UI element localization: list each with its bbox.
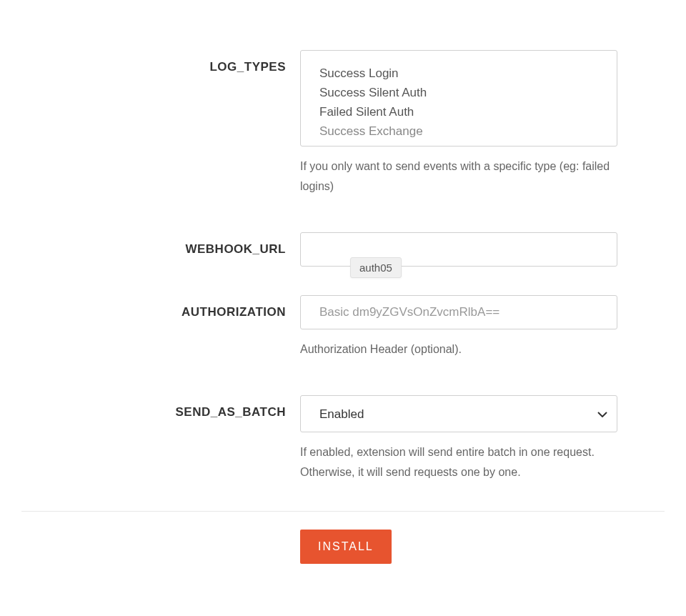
input-col: Enabled If enabled, extension will send … (300, 395, 617, 482)
send-as-batch-row: SEND_AS_BATCH Enabled If enabled, extens… (21, 395, 665, 482)
select-wrapper: Enabled (300, 395, 617, 432)
authorization-row: AUTHORIZATION Authorization Header (opti… (21, 295, 665, 359)
install-button[interactable]: INSTALL (300, 530, 392, 564)
log-types-row: LOG_TYPES Success Login Success Silent A… (21, 50, 665, 197)
list-item[interactable]: Failed Silent Auth (319, 102, 598, 121)
form-container: LOG_TYPES Success Login Success Silent A… (0, 0, 686, 482)
log-types-listbox[interactable]: Success Login Success Silent Auth Failed… (300, 50, 617, 146)
label-col: AUTHORIZATION (21, 295, 300, 319)
send-as-batch-description: If enabled, extension will send entire b… (300, 442, 617, 482)
list-item[interactable]: Success Login (319, 64, 598, 83)
authorization-description: Authorization Header (optional). (300, 339, 617, 359)
webhook-url-row: WEBHOOK_URL auth05 (21, 232, 665, 267)
authorization-input[interactable] (300, 295, 617, 329)
label-col: WEBHOOK_URL (21, 232, 300, 257)
log-types-description: If you only want to send events with a s… (300, 157, 617, 197)
list-item[interactable]: Success Exchange (319, 121, 598, 141)
log-types-label: LOG_TYPES (209, 60, 286, 74)
input-col: Authorization Header (optional). (300, 295, 617, 359)
list-item[interactable]: Success Silent Auth (319, 83, 598, 102)
send-as-batch-select[interactable]: Enabled (300, 395, 617, 432)
label-col: LOG_TYPES (21, 50, 300, 74)
input-col: Success Login Success Silent Auth Failed… (300, 50, 617, 197)
input-col: auth05 (300, 232, 617, 267)
send-as-batch-label: SEND_AS_BATCH (176, 405, 287, 419)
authorization-label: AUTHORIZATION (182, 305, 286, 319)
webhook-url-input[interactable] (300, 232, 617, 267)
webhook-url-label: WEBHOOK_URL (185, 242, 286, 256)
footer: INSTALL (0, 512, 686, 564)
label-col: SEND_AS_BATCH (21, 395, 300, 419)
autocomplete-hint[interactable]: auth05 (350, 257, 402, 278)
